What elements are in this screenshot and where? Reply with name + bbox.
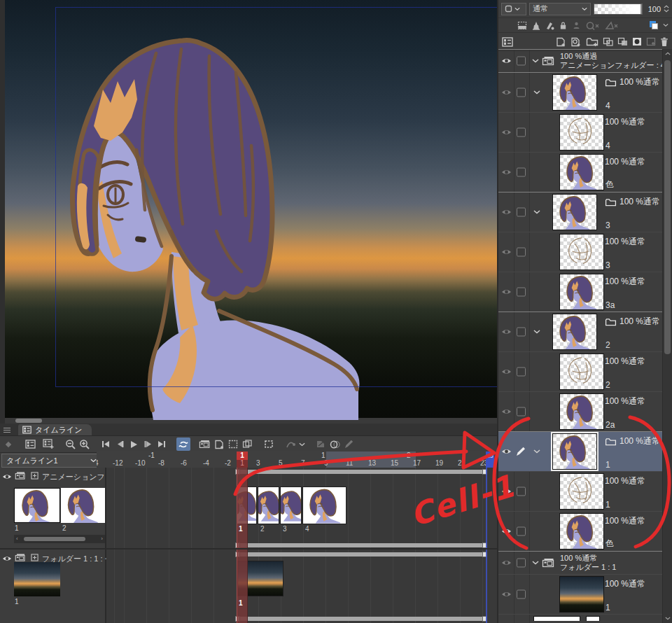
eye-icon[interactable] xyxy=(501,288,512,296)
layer-row-bg-1[interactable]: 100 %通常 1 xyxy=(498,574,664,614)
layer-row-lineart-3[interactable]: 100 %通常 3 xyxy=(498,232,664,272)
new-raster-layer-icon[interactable] xyxy=(556,37,566,47)
timeline-cel-4[interactable] xyxy=(302,486,346,524)
layer-color-chevron-icon[interactable] xyxy=(663,23,668,27)
play-icon[interactable] xyxy=(127,438,141,451)
remove-keyframe-icon[interactable] xyxy=(314,438,328,451)
eye-icon[interactable] xyxy=(501,528,512,536)
eye-icon[interactable] xyxy=(501,129,512,136)
timeline-selector[interactable]: タイムライン1 xyxy=(1,454,102,468)
chevron-down-icon[interactable] xyxy=(532,561,539,565)
eye-icon[interactable] xyxy=(501,368,512,376)
clipping-icon[interactable] xyxy=(517,21,527,30)
layer-thumbnail[interactable] xyxy=(552,433,597,470)
layer-thumbnail[interactable] xyxy=(559,154,604,190)
scroll-right-icon[interactable]: › xyxy=(101,536,103,542)
blend-mode-select[interactable]: 通常 xyxy=(529,3,591,15)
layer-color-swatch[interactable] xyxy=(650,21,658,29)
playhead-ruler-marker[interactable]: 1 1 xyxy=(237,451,248,468)
scroll-left-icon[interactable]: ‹ xyxy=(16,536,18,542)
layer-row-folder-4[interactable]: 100 %通常 4 xyxy=(498,72,664,112)
enable-mask-icon[interactable] xyxy=(586,21,600,30)
eye-icon[interactable] xyxy=(501,408,512,416)
eye-icon[interactable] xyxy=(501,57,512,65)
eye-icon[interactable] xyxy=(501,448,512,456)
end-frame-marker[interactable]: 25 xyxy=(486,451,494,468)
normal-keyframe-icon[interactable] xyxy=(284,438,298,451)
layer-checkbox[interactable] xyxy=(517,368,526,377)
palette-list-icon[interactable] xyxy=(502,37,513,47)
layer-row-color[interactable]: 100 %通常 色 xyxy=(498,152,664,192)
keyframe-toggle-icon[interactable] xyxy=(1,438,15,451)
scrollbar-thumb[interactable] xyxy=(664,60,671,354)
zoom-in-icon[interactable] xyxy=(77,438,91,451)
layer-row-folder-3[interactable]: 100 %通常 3 xyxy=(498,192,664,232)
layer-row-bg-folder[interactable]: 100 %通常 フォルダー 1 : 1 xyxy=(498,551,664,574)
palette-cel-thumb-1[interactable] xyxy=(14,488,60,523)
next-frame-icon[interactable] xyxy=(141,438,155,451)
layer-thumbnail[interactable] xyxy=(559,473,604,510)
eye-icon[interactable] xyxy=(501,89,512,97)
draft-layer-icon[interactable] xyxy=(532,21,540,30)
delete-cel-icon[interactable] xyxy=(240,438,254,451)
layer-thumbnail[interactable] xyxy=(552,314,597,350)
new-animation-folder-icon[interactable] xyxy=(198,438,212,451)
loop-play-icon[interactable] xyxy=(176,438,190,451)
clip-duration-bar[interactable] xyxy=(237,470,486,474)
layer-checkbox[interactable] xyxy=(517,487,526,496)
new-cel-icon[interactable] xyxy=(212,438,226,451)
layer-thumbnail[interactable] xyxy=(559,114,604,150)
layer-thumbnail[interactable] xyxy=(559,393,604,430)
combine-to-lower-icon[interactable] xyxy=(617,37,628,46)
layer-checkbox[interactable] xyxy=(517,559,526,568)
layer-row-animation-folder[interactable]: 100 %通過 アニメーションフォルダー : 4 xyxy=(498,49,664,72)
layer-checkbox[interactable] xyxy=(517,288,526,297)
keyframe-menu-chevron-icon[interactable] xyxy=(298,438,306,451)
chevron-down-icon[interactable] xyxy=(533,449,540,454)
cel-palette-scrollbar[interactable]: ‹ › xyxy=(14,535,105,543)
layer-list-scrollbar[interactable] xyxy=(662,49,672,623)
reference-layer-icon[interactable] xyxy=(545,21,554,30)
panel-menu-icon[interactable] xyxy=(4,426,10,434)
edit-timeline-pencil-icon[interactable] xyxy=(342,438,356,451)
layer-row-paper-partial[interactable] xyxy=(498,614,664,621)
delete-layer-icon[interactable] xyxy=(660,37,668,47)
layer-row-lineart-2[interactable]: 100 %通常 2 xyxy=(498,351,664,391)
apply-mask-icon[interactable] xyxy=(646,37,656,46)
layer-checkbox[interactable] xyxy=(517,168,526,177)
layer-checkbox[interactable] xyxy=(517,128,526,137)
layer-checkbox[interactable] xyxy=(517,57,526,66)
layer-row-folder-1-selected[interactable]: 100 %通常 1 xyxy=(498,431,664,471)
new-folder-icon[interactable] xyxy=(586,37,598,47)
eye-icon[interactable] xyxy=(501,559,512,567)
layer-row-folder-2[interactable]: 100 %通常 2 xyxy=(498,312,664,351)
scroll-down-icon[interactable] xyxy=(663,614,672,623)
clip-duration-bar[interactable] xyxy=(237,552,486,556)
chevron-down-icon[interactable] xyxy=(533,330,540,334)
layer-checkbox[interactable] xyxy=(517,88,526,97)
eye-icon[interactable] xyxy=(501,209,512,216)
timeline-cel-3[interactable] xyxy=(280,486,302,524)
specify-cels-icon[interactable] xyxy=(226,438,240,451)
scrollbar-thumb[interactable] xyxy=(24,537,85,541)
ruler-range-icon[interactable] xyxy=(605,21,619,30)
layer-thumbnail[interactable] xyxy=(552,74,597,111)
tab-timeline[interactable]: タイムライン xyxy=(18,424,92,435)
clip-duration-bar[interactable] xyxy=(237,617,486,621)
layer-thumbnail[interactable] xyxy=(559,576,604,612)
layer-row-color-3a[interactable]: 100 %通常 3a xyxy=(498,272,664,312)
expand-track-icon[interactable] xyxy=(31,554,38,561)
layer-checkbox[interactable] xyxy=(517,208,526,217)
eye-icon[interactable] xyxy=(501,169,512,176)
layer-checkbox[interactable] xyxy=(517,527,526,536)
palette-bg-thumb[interactable] xyxy=(14,562,60,596)
chevron-down-icon[interactable] xyxy=(532,59,539,63)
eye-icon[interactable] xyxy=(501,488,512,496)
layer-checkbox[interactable] xyxy=(517,407,526,416)
scroll-up-icon[interactable] xyxy=(663,49,672,58)
create-mask-icon[interactable] xyxy=(632,37,642,46)
clip-duration-bar[interactable] xyxy=(237,543,486,547)
layer-checkbox[interactable] xyxy=(517,328,526,337)
chevron-down-icon[interactable] xyxy=(533,210,540,214)
eye-icon[interactable] xyxy=(501,591,512,598)
